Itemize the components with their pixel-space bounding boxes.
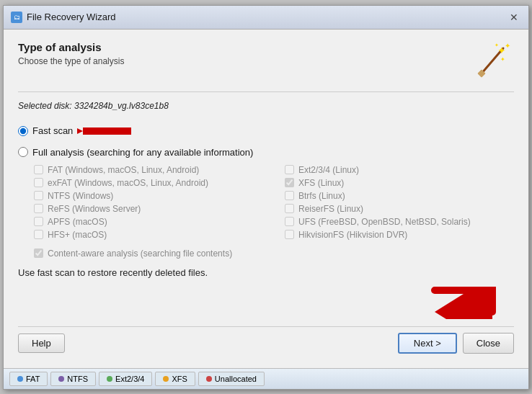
taskbar-xfs[interactable]: XFS (155, 372, 195, 386)
next-arrow (420, 287, 514, 319)
header-divider (18, 91, 514, 92)
fat-label: FAT (Windows, macOS, Linux, Android) (48, 165, 199, 175)
fast-scan-note: Use fast scan to restore recently delete… (18, 267, 514, 278)
next-arrow-container (18, 287, 514, 319)
fs-refs: ReFS (Windows Server) (34, 204, 263, 214)
refs-label: ReFS (Windows Server) (48, 204, 141, 214)
full-analysis-option: Full analysis (searching for any availab… (18, 147, 514, 158)
xfs-checkbox[interactable] (285, 178, 294, 187)
fs-apfs: APFS (macOS) (34, 217, 263, 227)
header-text: Type of analysis Choose the type of anal… (18, 41, 124, 66)
next-button[interactable]: Next > (398, 333, 457, 354)
fs-exfat: exFAT (Windows, macOS, Linux, Android) (34, 178, 263, 188)
selected-disk-label: Selected disk: 3324284b_vg.lv83ce1b8 (18, 101, 514, 111)
ext-checkbox[interactable] (285, 165, 294, 174)
title-bar: 🗂 File Recovery Wizard ✕ (4, 6, 528, 30)
full-analysis-radio[interactable] (18, 147, 28, 157)
svg-text:✦: ✦ (500, 56, 505, 63)
apfs-label: APFS (macOS) (48, 217, 107, 227)
ntfs-dot (58, 376, 64, 382)
footer-buttons: Help Next > Close (18, 333, 514, 357)
ntfs-label: NTFS (Windows) (48, 191, 113, 201)
main-content: Type of analysis Choose the type of anal… (4, 30, 528, 368)
reiserfs-label: ReiserFS (Linux) (298, 204, 363, 214)
title-bar-left: 🗂 File Recovery Wizard (11, 12, 116, 23)
taskbar-ntfs-label: NTFS (67, 375, 88, 383)
refs-checkbox[interactable] (34, 204, 43, 213)
fat-checkbox[interactable] (34, 165, 43, 174)
header-row: Type of analysis Choose the type of anal… (18, 41, 514, 84)
fs-reiserfs: ReiserFS (Linux) (285, 204, 514, 214)
filesystem-grid: FAT (Windows, macOS, Linux, Android) Ext… (34, 165, 514, 240)
content-aware-label: Content-aware analysis (searching file c… (48, 249, 232, 259)
exfat-checkbox[interactable] (34, 178, 43, 187)
fs-xfs: XFS (Linux) (285, 178, 514, 188)
wizard-window: 🗂 File Recovery Wizard ✕ Type of analysi… (3, 5, 529, 390)
hikvision-checkbox[interactable] (285, 230, 294, 239)
reiserfs-checkbox[interactable] (285, 204, 294, 213)
window-title: File Recovery Wizard (27, 12, 116, 22)
btrfs-checkbox[interactable] (285, 191, 294, 200)
full-analysis-label[interactable]: Full analysis (searching for any availab… (32, 147, 253, 158)
fs-btrfs: Btrfs (Linux) (285, 191, 514, 201)
xfs-label: XFS (Linux) (298, 178, 344, 188)
fs-hfsplus: HFS+ (macOS) (34, 230, 263, 240)
hfsplus-checkbox[interactable] (34, 230, 43, 239)
taskbar-fat-label: FAT (26, 375, 40, 383)
ext-label: Ext2/3/4 (Linux) (298, 165, 359, 175)
ufs-checkbox[interactable] (285, 217, 294, 226)
svg-text:✦: ✦ (505, 42, 510, 50)
fast-scan-label[interactable]: Fast scan (32, 125, 73, 136)
unallocated-dot (206, 376, 212, 382)
fs-hikvision: HikvisionFS (Hikvision DVR) (285, 230, 514, 240)
help-button[interactable]: Help (18, 333, 65, 353)
right-buttons: Next > Close (398, 333, 514, 354)
close-button[interactable]: Close (463, 333, 514, 354)
taskbar-unallocated-label: Unallocated (215, 375, 257, 383)
scan-options: Fast scan Full analysis (searching for a… (18, 121, 514, 158)
taskbar-fat[interactable]: FAT (9, 372, 48, 386)
taskbar-ntfs[interactable]: NTFS (50, 372, 96, 386)
hikvision-label: HikvisionFS (Hikvision DVR) (298, 230, 407, 240)
taskbar-ext-label: Ext2/3/4 (115, 375, 144, 383)
hfsplus-label: HFS+ (macOS) (48, 230, 107, 240)
taskbar: FAT NTFS Ext2/3/4 XFS Unallocated (4, 368, 528, 389)
fs-ext: Ext2/3/4 (Linux) (285, 165, 514, 175)
ext-dot (107, 376, 112, 382)
taskbar-unallocated[interactable]: Unallocated (198, 372, 265, 386)
svg-text:✦: ✦ (495, 42, 499, 48)
close-window-button[interactable]: ✕ (507, 10, 521, 24)
fast-scan-arrow (77, 121, 135, 141)
ntfs-checkbox[interactable] (34, 191, 43, 200)
footer-divider (18, 326, 514, 327)
fast-scan-option: Fast scan (18, 121, 514, 141)
fat-dot (17, 376, 23, 382)
fs-ufs: UFS (FreeBSD, OpenBSD, NetBSD, Solaris) (285, 217, 514, 227)
section-title: Type of analysis (18, 41, 124, 53)
fast-scan-radio[interactable] (18, 126, 28, 136)
apfs-checkbox[interactable] (34, 217, 43, 226)
fs-ntfs: NTFS (Windows) (34, 191, 263, 201)
taskbar-ext[interactable]: Ext2/3/4 (99, 372, 152, 386)
wizard-icon: ✦ ✦ ✦ ✦ (474, 41, 514, 84)
content-aware-checkbox[interactable] (34, 249, 43, 258)
content-aware-option: Content-aware analysis (searching file c… (34, 249, 514, 259)
btrfs-label: Btrfs (Linux) (298, 191, 345, 201)
fs-fat: FAT (Windows, macOS, Linux, Android) (34, 165, 263, 175)
xfs-dot (163, 376, 169, 382)
section-subtitle: Choose the type of analysis (18, 56, 124, 66)
exfat-label: exFAT (Windows, macOS, Linux, Android) (48, 178, 208, 188)
ufs-label: UFS (FreeBSD, OpenBSD, NetBSD, Solaris) (298, 217, 471, 227)
taskbar-xfs-label: XFS (172, 375, 187, 383)
app-icon: 🗂 (11, 12, 22, 23)
